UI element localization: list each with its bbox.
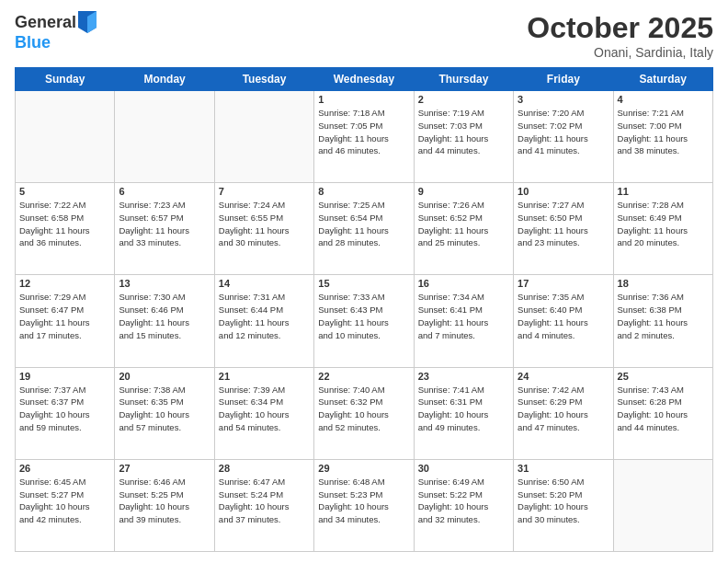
day-number: 7: [219, 186, 310, 197]
day-number: 9: [418, 186, 509, 197]
day-info: Sunrise: 6:48 AM Sunset: 5:23 PM Dayligh…: [318, 476, 409, 526]
calendar-week-row: 1Sunrise: 7:18 AM Sunset: 7:05 PM Daylig…: [16, 91, 713, 183]
day-info: Sunrise: 7:35 AM Sunset: 6:40 PM Dayligh…: [518, 291, 609, 341]
day-info: Sunrise: 7:36 AM Sunset: 6:38 PM Dayligh…: [618, 291, 709, 341]
page: General Blue October 2025 Onani, Sardini…: [0, 0, 728, 563]
calendar-day-cell: 22Sunrise: 7:40 AM Sunset: 6:32 PM Dayli…: [314, 367, 414, 459]
calendar-day-cell: 16Sunrise: 7:34 AM Sunset: 6:41 PM Dayli…: [414, 275, 513, 367]
day-number: 27: [119, 463, 210, 474]
weekday-header: Saturday: [613, 68, 712, 91]
calendar-day-cell: 21Sunrise: 7:39 AM Sunset: 6:34 PM Dayli…: [214, 367, 313, 459]
weekday-header: Wednesday: [314, 68, 414, 91]
day-number: 20: [119, 371, 210, 382]
calendar-day-cell: 10Sunrise: 7:27 AM Sunset: 6:50 PM Dayli…: [514, 183, 613, 275]
day-number: 21: [219, 371, 310, 382]
day-number: 25: [618, 371, 709, 382]
day-info: Sunrise: 7:42 AM Sunset: 6:29 PM Dayligh…: [518, 384, 609, 434]
calendar-day-cell: 19Sunrise: 7:37 AM Sunset: 6:37 PM Dayli…: [16, 367, 115, 459]
day-info: Sunrise: 7:29 AM Sunset: 6:47 PM Dayligh…: [19, 291, 110, 341]
calendar-day-cell: 8Sunrise: 7:25 AM Sunset: 6:54 PM Daylig…: [314, 183, 414, 275]
day-info: Sunrise: 7:25 AM Sunset: 6:54 PM Dayligh…: [318, 199, 409, 249]
day-info: Sunrise: 7:33 AM Sunset: 6:43 PM Dayligh…: [318, 291, 409, 341]
calendar-day-cell: 23Sunrise: 7:41 AM Sunset: 6:31 PM Dayli…: [414, 367, 513, 459]
day-info: Sunrise: 7:21 AM Sunset: 7:00 PM Dayligh…: [618, 107, 709, 157]
day-number: 15: [318, 278, 409, 289]
day-info: Sunrise: 7:41 AM Sunset: 6:31 PM Dayligh…: [418, 384, 509, 434]
day-info: Sunrise: 7:40 AM Sunset: 6:32 PM Dayligh…: [318, 384, 409, 434]
title-block: October 2025 Onani, Sardinia, Italy: [527, 11, 713, 60]
location-title: Onani, Sardinia, Italy: [527, 45, 713, 60]
day-number: 6: [119, 186, 210, 197]
day-number: 16: [418, 278, 509, 289]
day-info: Sunrise: 6:46 AM Sunset: 5:25 PM Dayligh…: [119, 476, 210, 526]
logo-icon: [78, 11, 97, 33]
weekday-header: Tuesday: [214, 68, 313, 91]
calendar-day-cell: 14Sunrise: 7:31 AM Sunset: 6:44 PM Dayli…: [214, 275, 313, 367]
calendar-day-cell: 17Sunrise: 7:35 AM Sunset: 6:40 PM Dayli…: [514, 275, 613, 367]
calendar-day-cell: 7Sunrise: 7:24 AM Sunset: 6:55 PM Daylig…: [214, 183, 313, 275]
day-number: 5: [19, 186, 110, 197]
weekday-header-row: SundayMondayTuesdayWednesdayThursdayFrid…: [16, 68, 713, 91]
calendar-day-cell: 11Sunrise: 7:28 AM Sunset: 6:49 PM Dayli…: [613, 183, 712, 275]
day-number: 13: [119, 278, 210, 289]
calendar-week-row: 26Sunrise: 6:45 AM Sunset: 5:27 PM Dayli…: [16, 459, 713, 551]
calendar-day-cell: 3Sunrise: 7:20 AM Sunset: 7:02 PM Daylig…: [514, 91, 613, 183]
calendar-day-cell: 18Sunrise: 7:36 AM Sunset: 6:38 PM Dayli…: [613, 275, 712, 367]
calendar-day-cell: 12Sunrise: 7:29 AM Sunset: 6:47 PM Dayli…: [16, 275, 115, 367]
day-info: Sunrise: 7:28 AM Sunset: 6:49 PM Dayligh…: [618, 199, 709, 249]
calendar-day-cell: 20Sunrise: 7:38 AM Sunset: 6:35 PM Dayli…: [115, 367, 214, 459]
day-info: Sunrise: 7:23 AM Sunset: 6:57 PM Dayligh…: [119, 199, 210, 249]
day-info: Sunrise: 7:39 AM Sunset: 6:34 PM Dayligh…: [219, 384, 310, 434]
month-title: October 2025: [527, 11, 713, 45]
day-number: 26: [19, 463, 110, 474]
day-info: Sunrise: 6:45 AM Sunset: 5:27 PM Dayligh…: [19, 476, 110, 526]
day-info: Sunrise: 7:24 AM Sunset: 6:55 PM Dayligh…: [219, 199, 310, 249]
calendar-day-cell: 29Sunrise: 6:48 AM Sunset: 5:23 PM Dayli…: [314, 459, 414, 551]
calendar-day-cell: 26Sunrise: 6:45 AM Sunset: 5:27 PM Dayli…: [16, 459, 115, 551]
calendar-day-cell: 28Sunrise: 6:47 AM Sunset: 5:24 PM Dayli…: [214, 459, 313, 551]
day-number: 23: [418, 371, 509, 382]
calendar-day-cell: [16, 91, 115, 183]
logo-blue: Blue: [15, 33, 97, 52]
day-number: 22: [318, 371, 409, 382]
day-info: Sunrise: 7:38 AM Sunset: 6:35 PM Dayligh…: [119, 384, 210, 434]
day-number: 29: [318, 463, 409, 474]
day-info: Sunrise: 7:31 AM Sunset: 6:44 PM Dayligh…: [219, 291, 310, 341]
calendar-day-cell: 4Sunrise: 7:21 AM Sunset: 7:00 PM Daylig…: [613, 91, 712, 183]
day-number: 3: [518, 94, 609, 105]
day-number: 8: [318, 186, 409, 197]
day-info: Sunrise: 7:30 AM Sunset: 6:46 PM Dayligh…: [119, 291, 210, 341]
header: General Blue October 2025 Onani, Sardini…: [15, 11, 713, 60]
calendar-day-cell: 6Sunrise: 7:23 AM Sunset: 6:57 PM Daylig…: [115, 183, 214, 275]
day-info: Sunrise: 7:18 AM Sunset: 7:05 PM Dayligh…: [318, 107, 409, 157]
day-info: Sunrise: 6:47 AM Sunset: 5:24 PM Dayligh…: [219, 476, 310, 526]
calendar-day-cell: [115, 91, 214, 183]
day-info: Sunrise: 7:43 AM Sunset: 6:28 PM Dayligh…: [618, 384, 709, 434]
day-number: 14: [219, 278, 310, 289]
calendar-day-cell: [613, 459, 712, 551]
calendar-day-cell: 31Sunrise: 6:50 AM Sunset: 5:20 PM Dayli…: [514, 459, 613, 551]
calendar-week-row: 12Sunrise: 7:29 AM Sunset: 6:47 PM Dayli…: [16, 275, 713, 367]
logo-general: General: [15, 13, 76, 32]
day-info: Sunrise: 7:20 AM Sunset: 7:02 PM Dayligh…: [518, 107, 609, 157]
calendar-day-cell: [214, 91, 313, 183]
calendar-day-cell: 27Sunrise: 6:46 AM Sunset: 5:25 PM Dayli…: [115, 459, 214, 551]
calendar-day-cell: 1Sunrise: 7:18 AM Sunset: 7:05 PM Daylig…: [314, 91, 414, 183]
day-number: 24: [518, 371, 609, 382]
day-number: 4: [618, 94, 709, 105]
day-number: 11: [618, 186, 709, 197]
day-info: Sunrise: 7:19 AM Sunset: 7:03 PM Dayligh…: [418, 107, 509, 157]
day-info: Sunrise: 7:27 AM Sunset: 6:50 PM Dayligh…: [518, 199, 609, 249]
weekday-header: Thursday: [414, 68, 513, 91]
weekday-header: Monday: [115, 68, 214, 91]
calendar-day-cell: 9Sunrise: 7:26 AM Sunset: 6:52 PM Daylig…: [414, 183, 513, 275]
day-info: Sunrise: 7:26 AM Sunset: 6:52 PM Dayligh…: [418, 199, 509, 249]
day-number: 1: [318, 94, 409, 105]
day-info: Sunrise: 7:34 AM Sunset: 6:41 PM Dayligh…: [418, 291, 509, 341]
calendar-week-row: 5Sunrise: 7:22 AM Sunset: 6:58 PM Daylig…: [16, 183, 713, 275]
day-number: 19: [19, 371, 110, 382]
weekday-header: Sunday: [16, 68, 115, 91]
day-number: 10: [518, 186, 609, 197]
day-number: 17: [518, 278, 609, 289]
calendar-table: SundayMondayTuesdayWednesdayThursdayFrid…: [15, 67, 713, 552]
